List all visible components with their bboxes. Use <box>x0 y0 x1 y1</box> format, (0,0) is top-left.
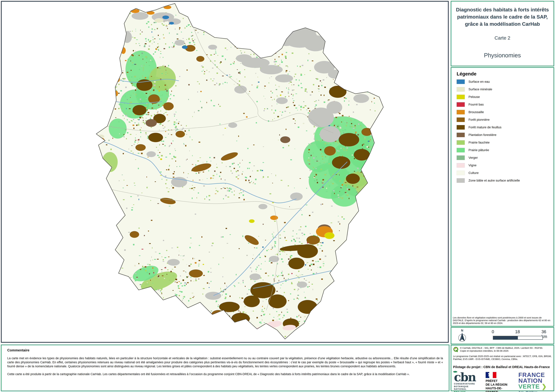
prefet-line-2: DE LA RÉGION <box>486 383 515 386</box>
map-title: Diagnostic des habitats à forts intérêts… <box>451 6 554 28</box>
scale-panel: N 0 18 36 km <box>451 327 554 344</box>
pilotage-text: Pilotage du projet : CBN de Bailleul et … <box>453 365 552 369</box>
legend-label: Vigne <box>468 164 476 167</box>
fnv-line-3: VERTE <box>518 383 540 390</box>
legend-label: Plantation forestière <box>468 133 496 137</box>
title-panel: Diagnostic des habitats à forts intérêts… <box>451 1 554 66</box>
legend-item: Forêt mature de feuillus <box>457 125 554 129</box>
map-number: Carte 2 <box>451 35 554 41</box>
french-flag-icon <box>486 372 496 378</box>
legend-item: Zone bâtie et autre surface artificielle <box>457 178 554 183</box>
fnv-line-1: FRANCE <box>518 372 551 378</box>
comment-title: Commentaire <box>7 348 443 352</box>
cbn-mark: cbn <box>454 372 482 383</box>
fnv-line-2: NATION <box>518 378 551 384</box>
legend-swatch <box>457 178 465 183</box>
fnv-tagline: Agir · Mobiliser · Accélérer <box>518 391 551 392</box>
legend-item: Pelouse <box>457 95 554 99</box>
france-nation-verte-logo: FRANCE NATION VERTE ❯ Agir · Mobiliser ·… <box>518 372 551 392</box>
legend-swatch <box>457 87 465 92</box>
legend-label: Broussaille <box>468 110 484 114</box>
comment-paragraph-1: La carte met en évidence les types de ph… <box>7 356 443 368</box>
legend-label: Forêt pionnière <box>468 118 489 121</box>
legend-label: Fourré bas <box>468 103 484 106</box>
region-map <box>2 2 448 342</box>
legend-item: Prairie fauchée <box>457 140 554 145</box>
map-subtitle: Physionomies <box>451 52 554 59</box>
prefet-logo: PRÉFET DE LA RÉGION HAUTS-DE-FRANCE Libe… <box>486 372 515 392</box>
legend-swatch <box>457 102 465 107</box>
prefet-line-1: PRÉFET <box>486 379 515 383</box>
legend-swatch <box>457 140 465 145</box>
map-panel <box>1 1 449 343</box>
copyright-line-1: © CarHab, DIGITALE - SIG, BFP - CBN de B… <box>460 347 543 349</box>
legend-item: Surface en eau <box>457 79 554 84</box>
legend-label: Culture <box>468 171 479 175</box>
legend-swatch <box>457 148 465 152</box>
legend-item: Culture <box>457 171 554 175</box>
scale-tick-18: 18 <box>515 329 520 334</box>
legend-items: Surface en eauSurface minéralePelouseFou… <box>457 79 554 183</box>
legend-label: Pelouse <box>468 95 480 99</box>
qgis-logo-icon <box>453 347 459 353</box>
copyright-line-2: Copie et reproduction interdites, le 06-… <box>460 349 543 352</box>
legend-item: Surface minérale <box>457 87 554 92</box>
legend-swatch <box>457 79 465 84</box>
legend-label: Verger <box>468 156 478 159</box>
comment-paragraph-2: Cette carte a été produite à partir de l… <box>7 372 443 376</box>
cbn-line-1: CONSERVATOIRE <box>454 383 482 385</box>
legend-title: Légende <box>457 71 554 77</box>
legend-swatch <box>457 125 465 129</box>
legend-label: Zone bâtie et autre surface artificielle <box>468 179 520 182</box>
legend-panel: Légende Surface en eauSurface minéralePe… <box>451 67 554 327</box>
cbn-line-2: BOTANIQUE NATIONAL <box>454 385 482 391</box>
north-label: N <box>461 329 463 332</box>
legend-swatch <box>457 171 465 175</box>
legend-label: Forêt mature de feuillus <box>468 126 501 129</box>
prefet-line-3: HAUTS-DE-FRANCE <box>486 386 515 392</box>
legend-notes: Les données flore et végétation exploité… <box>453 316 552 325</box>
comment-panel: Commentaire La carte met en évidence les… <box>1 345 449 391</box>
cbn-logo: cbn CONSERVATOIRE BOTANIQUE NATIONAL BAI… <box>454 372 482 392</box>
legend-swatch <box>457 133 465 137</box>
legend-item: Forêt pionnière <box>457 117 554 122</box>
credits-panel: © CarHab, DIGITALE - SIG, BFP - CBN de B… <box>451 345 554 391</box>
legend-swatch <box>457 117 465 122</box>
legend-item: Plantation forestière <box>457 133 554 137</box>
fnv-chevron-icon: ❯ <box>541 383 547 390</box>
legend-label: Surface en eau <box>468 80 490 84</box>
region-map-svg <box>2 2 448 342</box>
north-arrow-icon: N <box>457 329 467 343</box>
legend-swatch <box>457 95 465 99</box>
legend-label: Prairie fauchée <box>468 141 489 144</box>
scale-bar <box>493 336 543 340</box>
legend-item: Verger <box>457 156 554 160</box>
programme-text: Le programme CarHab 2020-2025 est réalis… <box>453 355 552 360</box>
legend-item: Vigne <box>457 163 554 168</box>
legend-item: Broussaille <box>457 110 554 114</box>
legend-swatch <box>457 110 465 114</box>
legend-item: Prairie pâturée <box>457 148 554 152</box>
legend-label: Surface minérale <box>468 87 492 91</box>
legend-item: Fourré bas <box>457 102 554 107</box>
legend-swatch <box>457 156 465 160</box>
cbn-line-3: BAILLEUL <box>454 391 482 392</box>
legend-label: Prairie pâturée <box>468 148 489 152</box>
legend-swatch <box>457 163 465 168</box>
scale-tick-0: 0 <box>492 329 494 334</box>
